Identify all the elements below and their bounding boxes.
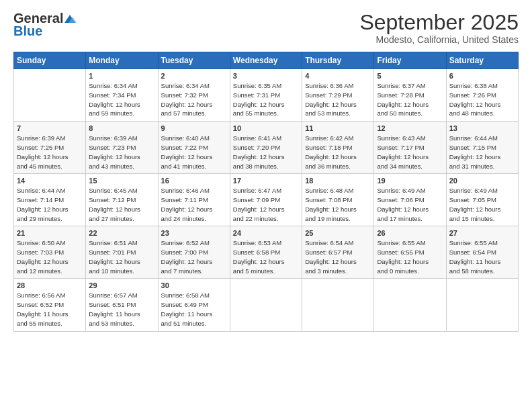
day-info: Sunrise: 6:49 AMSunset: 7:06 PMDaylight:… — [377, 186, 443, 223]
day-number: 8 — [89, 124, 154, 132]
day-number: 17 — [233, 177, 299, 185]
day-info-line: Sunset: 7:15 PM — [449, 144, 496, 151]
day-info: Sunrise: 6:52 AMSunset: 7:00 PMDaylight:… — [161, 238, 227, 275]
day-info: Sunrise: 6:46 AMSunset: 7:11 PMDaylight:… — [161, 186, 227, 223]
day-number: 29 — [89, 281, 154, 289]
day-number: 20 — [449, 177, 515, 185]
calendar-week-4: 21Sunrise: 6:50 AMSunset: 7:03 PMDayligh… — [14, 226, 519, 279]
day-info: Sunrise: 6:51 AMSunset: 7:01 PMDaylight:… — [89, 238, 154, 275]
day-info-line: Sunset: 7:05 PM — [449, 196, 496, 203]
calendar-cell: 30Sunrise: 6:58 AMSunset: 6:49 PMDayligh… — [158, 279, 230, 331]
day-info: Sunrise: 6:39 AMSunset: 7:23 PMDaylight:… — [89, 134, 154, 171]
calendar-cell: 18Sunrise: 6:48 AMSunset: 7:08 PMDayligh… — [302, 174, 374, 226]
day-info-line: Daylight: 12 hours — [233, 258, 285, 265]
day-info: Sunrise: 6:54 AMSunset: 6:57 PMDaylight:… — [305, 238, 371, 275]
day-info-line: Sunrise: 6:43 AM — [377, 134, 425, 142]
calendar-cell: 1Sunrise: 6:34 AMSunset: 7:34 PMDaylight… — [86, 69, 158, 122]
day-info: Sunrise: 6:53 AMSunset: 6:58 PMDaylight:… — [233, 238, 299, 275]
day-info-line: Daylight: 12 hours — [89, 101, 140, 108]
day-info-line: Sunset: 7:06 PM — [377, 196, 424, 203]
day-info-line: Daylight: 11 hours — [89, 310, 140, 318]
day-number: 22 — [89, 229, 154, 237]
day-info-line: Sunrise: 6:55 AM — [449, 239, 498, 246]
day-info-line: Sunrise: 6:55 AM — [377, 239, 425, 246]
day-info-line: Sunrise: 6:46 AM — [161, 187, 210, 194]
calendar-cell: 6Sunrise: 6:38 AMSunset: 7:26 PMDaylight… — [446, 69, 518, 122]
day-info-line: Sunset: 7:14 PM — [17, 196, 64, 203]
day-number: 30 — [161, 281, 227, 289]
calendar-cell — [374, 279, 446, 331]
day-info-line: Daylight: 12 hours — [449, 101, 501, 108]
calendar-cell: 21Sunrise: 6:50 AMSunset: 7:03 PMDayligh… — [14, 226, 86, 279]
day-info-line: Sunset: 7:17 PM — [377, 144, 424, 151]
day-info-line: Sunrise: 6:58 AM — [161, 291, 210, 299]
day-info-line: Sunset: 6:52 PM — [17, 301, 64, 308]
calendar-cell: 22Sunrise: 6:51 AMSunset: 7:01 PMDayligh… — [86, 226, 158, 279]
day-info-line: Sunset: 7:22 PM — [161, 144, 208, 151]
day-info-line: Daylight: 12 hours — [89, 153, 140, 161]
day-info-line: and 0 minutes. — [377, 267, 418, 275]
day-info-line: Sunset: 7:12 PM — [89, 196, 136, 203]
day-info-line: and 41 minutes. — [161, 163, 207, 170]
day-number: 13 — [449, 124, 515, 132]
day-info-line: Daylight: 12 hours — [17, 205, 69, 213]
day-info: Sunrise: 6:37 AMSunset: 7:28 PMDaylight:… — [377, 81, 443, 118]
day-info-line: and 24 minutes. — [161, 215, 207, 222]
calendar-cell: 27Sunrise: 6:55 AMSunset: 6:54 PMDayligh… — [446, 226, 518, 279]
day-info-line: Daylight: 12 hours — [17, 258, 69, 265]
day-info: Sunrise: 6:38 AMSunset: 7:26 PMDaylight:… — [449, 81, 515, 118]
calendar-cell — [14, 69, 86, 122]
day-info-line: Daylight: 12 hours — [233, 101, 285, 108]
calendar-cell: 12Sunrise: 6:43 AMSunset: 7:17 PMDayligh… — [374, 122, 446, 174]
day-info-line: Sunrise: 6:48 AM — [305, 187, 353, 194]
calendar-cell — [302, 279, 374, 331]
day-info-line: Daylight: 12 hours — [449, 153, 501, 161]
calendar-cell: 9Sunrise: 6:40 AMSunset: 7:22 PMDaylight… — [158, 122, 230, 174]
day-number: 16 — [161, 177, 227, 185]
day-info-line: Sunrise: 6:39 AM — [17, 134, 65, 142]
day-info-line: Sunrise: 6:41 AM — [233, 134, 281, 142]
day-info-line: Sunrise: 6:34 AM — [161, 82, 210, 89]
day-info-line: and 59 minutes. — [89, 109, 134, 117]
day-info-line: Sunrise: 6:40 AM — [161, 134, 210, 142]
day-info-line: Daylight: 12 hours — [449, 205, 501, 213]
col-friday: Friday — [374, 52, 446, 69]
day-info: Sunrise: 6:44 AMSunset: 7:14 PMDaylight:… — [17, 186, 83, 223]
day-number: 6 — [449, 72, 515, 80]
day-number: 7 — [17, 124, 83, 132]
day-info-line: Sunrise: 6:44 AM — [449, 134, 498, 142]
day-number: 25 — [305, 229, 371, 237]
day-info-line: Daylight: 12 hours — [305, 205, 357, 213]
day-info: Sunrise: 6:55 AMSunset: 6:54 PMDaylight:… — [449, 238, 515, 275]
day-info-line: Sunset: 7:31 PM — [233, 91, 280, 99]
day-info-line: Sunrise: 6:49 AM — [377, 187, 425, 194]
main-title: September 2025 — [359, 11, 519, 34]
day-info-line: Sunrise: 6:54 AM — [305, 239, 353, 246]
day-info-line: Sunset: 6:55 PM — [377, 248, 424, 256]
day-info-line: Sunset: 7:23 PM — [89, 144, 136, 151]
day-number: 19 — [377, 177, 443, 185]
day-info-line: Daylight: 12 hours — [233, 205, 285, 213]
calendar-cell: 5Sunrise: 6:37 AMSunset: 7:28 PMDaylight… — [374, 69, 446, 122]
day-info: Sunrise: 6:56 AMSunset: 6:52 PMDaylight:… — [17, 291, 83, 328]
day-info-line: and 57 minutes. — [161, 109, 207, 117]
day-info-line: and 22 minutes. — [233, 215, 279, 222]
day-info-line: Sunrise: 6:56 AM — [17, 291, 65, 299]
day-info-line: Daylight: 12 hours — [17, 153, 69, 161]
day-info-line: and 36 minutes. — [305, 163, 351, 170]
day-info-line: Sunrise: 6:44 AM — [17, 187, 65, 194]
col-wednesday: Wednesday — [230, 52, 302, 69]
col-saturday: Saturday — [446, 52, 518, 69]
header: General Blue September 2025 Modesto, Cal… — [13, 11, 519, 45]
day-info-line: and 58 minutes. — [449, 267, 495, 275]
calendar-cell: 8Sunrise: 6:39 AMSunset: 7:23 PMDaylight… — [86, 122, 158, 174]
day-number: 26 — [377, 229, 443, 237]
day-info: Sunrise: 6:40 AMSunset: 7:22 PMDaylight:… — [161, 134, 227, 171]
day-info-line: Sunrise: 6:49 AM — [449, 187, 498, 194]
day-info-line: Daylight: 12 hours — [161, 258, 213, 265]
calendar-cell: 25Sunrise: 6:54 AMSunset: 6:57 PMDayligh… — [302, 226, 374, 279]
day-info-line: Sunset: 7:00 PM — [161, 248, 208, 256]
day-info: Sunrise: 6:58 AMSunset: 6:49 PMDaylight:… — [161, 291, 227, 328]
day-info: Sunrise: 6:48 AMSunset: 7:08 PMDaylight:… — [305, 186, 371, 223]
col-sunday: Sunday — [14, 52, 86, 69]
